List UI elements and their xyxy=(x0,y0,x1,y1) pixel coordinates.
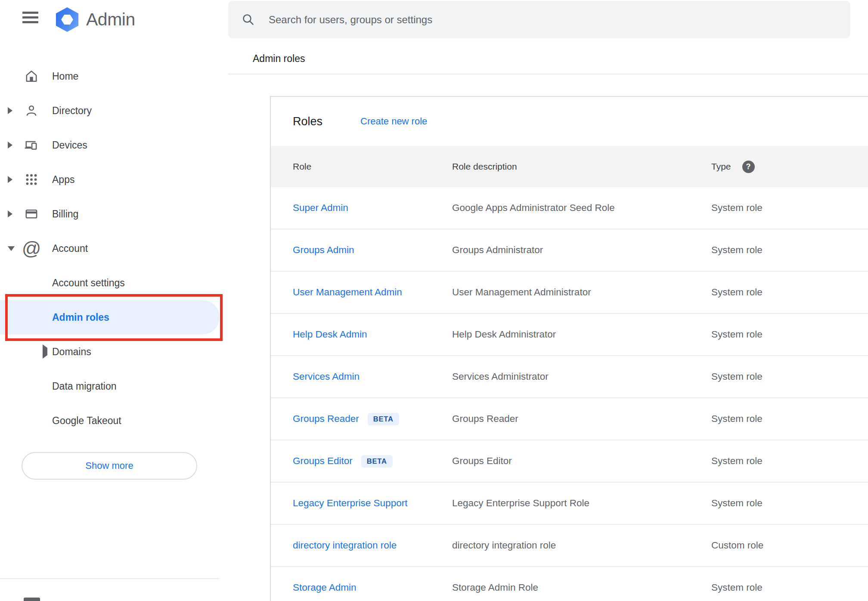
sidebar-item-billing[interactable]: Billing xyxy=(0,197,228,231)
sidebar-item-label: Billing xyxy=(52,208,78,220)
sidebar-item-label: Data migration xyxy=(52,381,117,392)
brand-row: Admin xyxy=(0,0,228,40)
sidebar-item-account-settings[interactable]: Account settings xyxy=(0,266,228,300)
sidebar-item-devices[interactable]: Devices xyxy=(0,128,228,162)
column-header-role: Role xyxy=(293,146,311,187)
partial-bottom-icon xyxy=(24,598,40,601)
role-link[interactable]: User Management Admin xyxy=(293,287,402,298)
role-description: Legacy Enterprise Support Role xyxy=(452,498,589,509)
table-row: Groups Admin Groups Administrator System… xyxy=(271,229,868,272)
role-type: System role xyxy=(711,455,763,467)
breadcrumb: Admin roles xyxy=(253,53,305,65)
role-description: Services Administrator xyxy=(452,371,549,382)
sidebar-bottom-divider xyxy=(0,578,220,579)
create-new-role-link[interactable]: Create new role xyxy=(360,116,427,127)
role-link[interactable]: Super Admin xyxy=(293,202,348,214)
collapse-arrow-icon[interactable] xyxy=(8,246,15,251)
search-bar[interactable] xyxy=(228,1,850,38)
expand-arrow-icon[interactable] xyxy=(8,211,12,217)
role-link[interactable]: Legacy Enterprise Support xyxy=(293,498,407,509)
sidebar-item-home[interactable]: Home xyxy=(0,59,228,93)
role-type: System role xyxy=(711,371,763,382)
sidebar-item-directory[interactable]: Directory xyxy=(0,93,228,128)
expand-arrow-icon[interactable] xyxy=(8,107,12,114)
table-row: Help Desk Admin Help Desk Administrator … xyxy=(271,314,868,356)
sidebar-item-data-migration[interactable]: Data migration xyxy=(0,369,228,403)
role-description: Groups Editor xyxy=(452,455,512,467)
table-row: Groups Editor BETA Groups Editor System … xyxy=(271,440,868,483)
column-header-description: Role description xyxy=(452,146,517,187)
role-link[interactable]: directory integration role xyxy=(293,540,397,551)
role-type: System role xyxy=(711,582,763,593)
admin-logo-icon xyxy=(55,7,80,32)
sidebar-item-label: Google Takeout xyxy=(52,415,121,427)
role-type: Custom role xyxy=(711,540,763,551)
expand-arrow-icon[interactable] xyxy=(8,176,12,183)
search-input[interactable] xyxy=(269,14,850,26)
card-title: Roles xyxy=(293,115,322,128)
person-icon xyxy=(24,103,39,118)
sidebar-item-label: Apps xyxy=(52,174,74,186)
hamburger-menu-icon[interactable] xyxy=(22,12,39,25)
credit-card-icon xyxy=(24,206,39,222)
sidebar-item-google-takeout[interactable]: Google Takeout xyxy=(0,403,228,438)
table-row: Legacy Enterprise Support Legacy Enterpr… xyxy=(271,483,868,525)
role-description: directory integration role xyxy=(452,540,556,551)
home-icon xyxy=(24,68,39,84)
role-type: System role xyxy=(711,202,763,214)
expand-arrow-icon[interactable] xyxy=(43,344,47,359)
roles-card: Roles Create new role Role Role descript… xyxy=(270,96,868,601)
sidebar-item-label: Account settings xyxy=(52,277,125,289)
role-type: System role xyxy=(711,329,763,340)
devices-icon xyxy=(24,137,39,153)
role-link[interactable]: Storage Admin xyxy=(293,582,356,593)
beta-badge: BETA xyxy=(361,455,393,468)
sidebar-item-apps[interactable]: Apps xyxy=(0,162,228,197)
role-description: Groups Administrator xyxy=(452,245,543,256)
sidebar-item-account[interactable]: @ Account xyxy=(0,231,228,266)
roles-card-header: Roles Create new role xyxy=(271,97,868,146)
table-row: Storage Admin Storage Admin Role System … xyxy=(271,567,868,601)
role-type: System role xyxy=(711,413,763,424)
sidebar-item-label: Devices xyxy=(52,139,87,151)
role-type: System role xyxy=(711,498,763,509)
sidebar-item-admin-roles[interactable]: Admin roles xyxy=(0,300,228,335)
apps-grid-icon xyxy=(24,172,39,187)
show-more-button[interactable]: Show more xyxy=(22,452,197,480)
sidebar-item-domains[interactable]: Domains xyxy=(0,335,228,369)
roles-table-body: Super Admin Google Apps Administrator Se… xyxy=(271,187,868,601)
role-link[interactable]: Help Desk Admin xyxy=(293,329,367,340)
table-header-row: Role Role description Type ? xyxy=(271,146,868,187)
role-description: Storage Admin Role xyxy=(452,582,538,593)
role-type: System role xyxy=(711,287,763,298)
table-row: Super Admin Google Apps Administrator Se… xyxy=(271,187,868,229)
beta-badge: BETA xyxy=(368,413,399,425)
role-description: Google Apps Administrator Seed Role xyxy=(452,202,615,214)
role-description: Help Desk Administrator xyxy=(452,329,556,340)
table-row: User Management Admin User Management Ad… xyxy=(271,272,868,314)
role-description: Groups Reader xyxy=(452,413,518,424)
sidebar-item-label: Admin roles xyxy=(52,312,109,323)
role-link[interactable]: Groups Reader xyxy=(293,413,359,424)
sidebar-item-label: Domains xyxy=(52,346,91,358)
search-icon xyxy=(241,12,256,27)
role-link[interactable]: Services Admin xyxy=(293,371,360,382)
role-type: System role xyxy=(711,245,763,256)
table-row: directory integration role directory int… xyxy=(271,525,868,567)
app-title: Admin xyxy=(86,9,135,30)
expand-arrow-icon[interactable] xyxy=(8,142,12,149)
column-header-type: Type ? xyxy=(711,146,755,187)
table-row: Groups Reader BETA Groups Reader System … xyxy=(271,398,868,440)
sidebar-item-label: Home xyxy=(52,71,78,82)
help-icon[interactable]: ? xyxy=(742,161,755,173)
role-link[interactable]: Groups Admin xyxy=(293,245,354,256)
sidebar-item-label: Directory xyxy=(52,105,92,117)
sidebar: Admin Home Directory xyxy=(0,0,228,601)
table-row: Services Admin Services Administrator Sy… xyxy=(271,356,868,398)
role-description: User Management Administrator xyxy=(452,287,591,298)
role-link[interactable]: Groups Editor xyxy=(293,455,353,467)
sidebar-item-label: Account xyxy=(52,243,88,254)
header-divider xyxy=(228,74,868,74)
at-sign-icon: @ xyxy=(24,241,39,256)
